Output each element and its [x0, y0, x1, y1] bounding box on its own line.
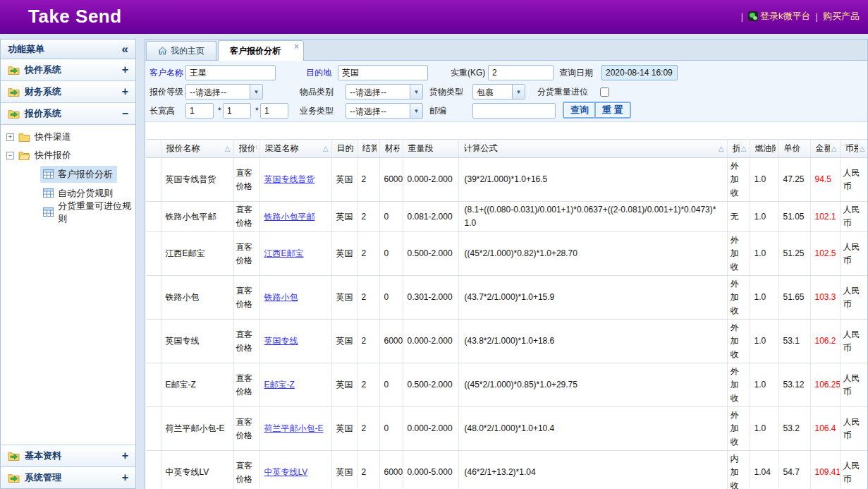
width-input[interactable] — [223, 103, 251, 119]
biz-type-select[interactable]: --请选择-- ▼ — [346, 103, 423, 119]
quote-row[interactable]: 中英专线LV直客价格中英专线LV英国260000.000-5.000(46*2/… — [146, 451, 867, 489]
cell-dest: 英国 — [331, 276, 357, 320]
length-input[interactable] — [185, 103, 214, 119]
top-header-bar: Take Send | 登录k微平台 | 购买产品 — [0, 0, 868, 34]
open-folder-icon — [18, 150, 30, 160]
quote-row[interactable]: 铁路小包平邮直客价格铁路小包平邮英国200.081-2.000(8.1+((0.… — [146, 202, 867, 232]
customer-name-input[interactable] — [185, 65, 276, 80]
cell-fuel: 1.0 — [750, 320, 778, 363]
column-header-range[interactable]: 重量段 — [403, 140, 458, 158]
buy-product-link[interactable]: 购买产品 — [823, 10, 860, 23]
cell-dest: 英国 — [331, 158, 357, 202]
tree-leaf-split-weight-carry-rules[interactable]: 分货重量可进位规则 — [1, 203, 135, 222]
cell-price: 51.05 — [778, 202, 810, 232]
tree-collapse-icon[interactable]: − — [6, 152, 14, 159]
tree-node-express-quote[interactable]: − 快件报价 — [1, 146, 135, 164]
cell-name: 荷兰平邮小包-E — [161, 407, 233, 451]
channel-link[interactable]: 铁路小包 — [264, 292, 298, 302]
postcode-input[interactable] — [472, 103, 556, 119]
tab-my-homepage[interactable]: 我的主页 — [146, 41, 216, 60]
channel-link[interactable]: 英国专线 — [264, 336, 298, 346]
actual-weight-input[interactable] — [488, 65, 554, 80]
sidebar-item-express-system[interactable]: 快件系统 + — [1, 59, 135, 81]
actual-weight-label: 实重(KG) — [451, 67, 485, 79]
sidebar-item-quote-system[interactable]: 报价系统 − — [1, 103, 135, 125]
column-header-amount[interactable]: 金额△ — [810, 140, 840, 158]
divider: | — [816, 11, 818, 22]
divider: | — [741, 11, 743, 22]
sidebar-item-basic-data[interactable]: 基本资料 + — [1, 445, 135, 466]
collapse-sidebar-icon[interactable]: « — [122, 43, 128, 55]
cell-amount: 106.4 — [810, 407, 840, 451]
channel-link[interactable]: 中英专线LV — [264, 467, 308, 477]
column-header-volume[interactable]: 材积重量 — [379, 140, 403, 158]
cell-range: 0.000-5.000 — [403, 451, 458, 489]
item-type-select[interactable]: --请选择-- ▼ — [346, 84, 423, 99]
column-header-name[interactable]: 报价名称△ — [161, 140, 233, 158]
query-date-input[interactable] — [601, 65, 678, 80]
login-kwei-link[interactable]: 登录k微平台 — [748, 10, 811, 23]
column-header-currency[interactable]: 币别△ — [840, 140, 867, 158]
quote-row[interactable]: 江西E邮宝直客价格江西E邮宝英国200.500-2.000((45*2/1.00… — [146, 232, 867, 276]
cell-discount: 外加收 — [727, 276, 750, 320]
column-header-settle[interactable]: 结算重量 — [357, 140, 379, 158]
cell-dest: 英国 — [331, 363, 357, 407]
cell-selector — [146, 320, 161, 363]
cell-price: 54.7 — [778, 451, 810, 489]
column-header-fuel[interactable]: 燃油附加费 — [750, 140, 778, 158]
sidebar-item-system-management[interactable]: 系统管理 + — [1, 466, 135, 488]
column-header-dest[interactable]: 目的地 — [331, 140, 357, 158]
close-tab-icon[interactable]: × — [294, 42, 299, 51]
quote-row[interactable]: 英国专线直客价格英国专线英国260000.000-2.000(43.8*2/1.… — [146, 320, 867, 363]
sidebar-item-label: 报价系统 — [25, 107, 122, 120]
tab-customer-quote-analysis[interactable]: 客户报价分析 × — [218, 40, 304, 61]
channel-link[interactable]: 铁路小包平邮 — [264, 212, 315, 222]
folder-arrow-icon — [8, 87, 20, 97]
quote-grade-select[interactable]: --请选择-- ▼ — [185, 84, 263, 99]
cell-amount: 109.41 — [810, 451, 840, 489]
height-input[interactable] — [260, 103, 288, 119]
tree-leaf-customer-quote-analysis[interactable]: 客户报价分析 — [1, 164, 135, 183]
collapse-minus-icon: − — [122, 108, 128, 119]
tree-node-express-channel[interactable]: + 快件渠道 — [1, 128, 135, 146]
column-label: 报价等级 — [239, 143, 257, 155]
chevron-down-icon: ▼ — [512, 85, 525, 99]
column-header-discount[interactable]: 折扣△ — [727, 140, 750, 158]
quote-row[interactable]: 英国专线普货直客价格英国专线普货英国260000.000-2.000(39*2/… — [146, 158, 867, 202]
split-weight-carry-checkbox[interactable] — [600, 87, 609, 97]
reset-button[interactable]: 重 置 — [594, 102, 631, 119]
column-header-grade[interactable]: 报价等级 — [233, 140, 259, 158]
quote-row[interactable]: 荷兰平邮小包-E直客价格荷兰平邮小包-E英国200.000-2.000(48.0… — [146, 407, 867, 451]
cell-grade: 直客价格 — [233, 232, 259, 276]
tree-expand-icon[interactable]: + — [6, 133, 14, 141]
cell-selector — [146, 232, 161, 276]
column-header-formula[interactable]: 计算公式△ — [458, 140, 727, 158]
cell-price: 53.2 — [778, 407, 810, 451]
cell-selector — [146, 363, 161, 407]
cell-settle: 2 — [357, 320, 379, 363]
column-label: 材积重量 — [385, 143, 400, 155]
cell-range: 0.081-2.000 — [403, 202, 458, 232]
column-label: 渠道名称 — [265, 143, 322, 155]
cell-name: E邮宝-Z — [161, 363, 233, 407]
expand-plus-icon: + — [122, 64, 128, 76]
cell-name: 江西E邮宝 — [161, 232, 233, 276]
cell-formula: (46*2/1+13.2)*1.04 — [458, 451, 727, 489]
search-button[interactable]: 查询 — [563, 102, 597, 119]
column-header-price[interactable]: 单价 — [778, 140, 810, 158]
cell-currency: 人民币 — [840, 276, 867, 320]
channel-link[interactable]: 江西E邮宝 — [264, 248, 304, 258]
sidebar-header: 功能菜单 « — [1, 40, 135, 59]
column-header-channel[interactable]: 渠道名称△ — [259, 140, 331, 158]
cell-dest: 英国 — [331, 320, 357, 363]
channel-link[interactable]: 荷兰平邮小包-E — [264, 423, 324, 433]
cargo-type-select[interactable]: 包裹 ▼ — [472, 84, 525, 99]
channel-link[interactable]: 英国专线普货 — [264, 174, 315, 184]
channel-link[interactable]: E邮宝-Z — [264, 380, 295, 390]
quote-grade-label: 报价等级 — [149, 86, 183, 98]
customer-name-label: 客户名称 — [149, 67, 183, 79]
quote-row[interactable]: 铁路小包直客价格铁路小包英国200.301-2.000(43.7*2/1.000… — [146, 276, 867, 320]
sidebar-item-finance-system[interactable]: 财务系统 + — [1, 81, 135, 103]
destination-input[interactable] — [338, 65, 428, 80]
quote-row[interactable]: E邮宝-Z直客价格E邮宝-Z英国200.500-2.000((45*2/1.00… — [146, 363, 867, 407]
